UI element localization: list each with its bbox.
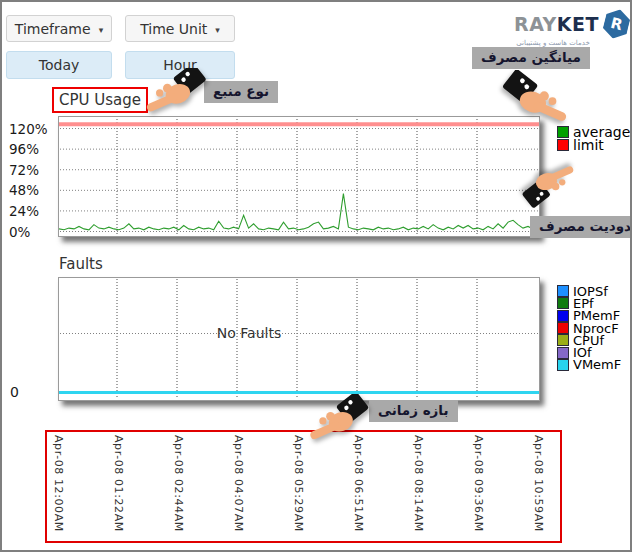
pointer-hand-icon — [520, 152, 578, 216]
x-axis-time-label: Apr-08 06:51AM — [352, 435, 365, 532]
x-axis-time-label: Apr-08 12:00AM — [52, 435, 65, 532]
cpu-legend-item-label: limit — [573, 137, 604, 153]
chevron-down-icon: ▾ — [99, 25, 104, 35]
cpu-y-tick: 48% — [9, 182, 39, 198]
timeframe-dropdown[interactable]: Timeframe ▾ — [6, 15, 112, 42]
faults-legend-item-swatch — [557, 322, 569, 334]
cpu-y-tick: 24% — [9, 203, 39, 219]
x-axis-time-label: Apr-08 08:14AM — [412, 435, 425, 532]
logo-text-ket: KET — [557, 13, 599, 35]
annotation-usage-limit: محدودیت مصرف — [530, 216, 632, 238]
pointer-hand-icon — [305, 394, 371, 444]
cpu-y-tick: 0% — [9, 224, 30, 240]
annotation-time-range: بازه زمانی — [369, 400, 458, 422]
faults-y-tick-zero: 0 — [10, 384, 19, 400]
annotation-average-usage: میانگین مصرف — [472, 47, 590, 69]
x-axis-time-label: Apr-08 09:36AM — [472, 435, 485, 532]
x-axis-time-label: Apr-08 01:22AM — [112, 435, 125, 532]
cpu-y-tick: 96% — [9, 141, 39, 157]
x-axis-time-label: Apr-08 04:07AM — [232, 435, 245, 532]
faults-legend-item: VMemF — [557, 359, 621, 371]
logo-icon-letter: R — [609, 14, 625, 34]
cpu-plot-svg — [59, 117, 539, 236]
faults-legend-item-swatch — [557, 297, 569, 309]
timeframe-dropdown-label: Timeframe — [15, 21, 91, 37]
time-unit-dropdown-label: Time Unit — [140, 21, 207, 37]
cpu-usage-resource-selector[interactable]: CPU Usage — [52, 87, 148, 113]
x-axis-time-label: Apr-08 10:59AM — [532, 435, 545, 532]
cpu-usage-chart — [58, 116, 540, 237]
cpu-legend: averagelimit — [557, 125, 630, 151]
pointer-hand-icon — [500, 70, 572, 128]
cpu-y-tick: 120% — [9, 121, 48, 137]
annotation-resource-type: نوع منبع — [204, 81, 278, 103]
rayket-logo: RAY KET R خدمات هاست و پشتیبانی — [502, 9, 630, 47]
cpu-usage-title: CPU Usage — [59, 91, 141, 109]
faults-legend-item-swatch — [557, 359, 569, 371]
faults-legend-item-swatch — [557, 347, 569, 359]
x-axis-time-label: Apr-08 05:29AM — [292, 435, 305, 532]
faults-legend: IOPSfEPfPMemFNprocFCPUfIOfVMemF — [557, 285, 621, 371]
cpu-legend-item: limit — [557, 138, 630, 151]
faults-legend-item-swatch — [557, 334, 569, 346]
no-faults-text: No Faults — [59, 325, 439, 341]
pointer-hand-icon — [140, 68, 210, 114]
cpu-legend-item-swatch — [557, 139, 569, 151]
logo-subtitle: خدمات هاست و پشتیبانی — [502, 39, 604, 47]
rayket-hexagon-icon: R — [600, 6, 632, 42]
faults-legend-item-swatch — [557, 310, 569, 322]
faults-legend-item-swatch — [557, 285, 569, 297]
logo-text-ray: RAY — [514, 13, 557, 35]
faults-title: Faults — [59, 255, 103, 273]
today-button[interactable]: Today — [6, 51, 112, 79]
usage-dashboard-page: Timeframe ▾ Time Unit ▾ Today Hour RAY K… — [0, 0, 632, 552]
cpu-y-tick: 72% — [9, 162, 39, 178]
cpu-average-line — [59, 194, 538, 230]
faults-legend-item-label: VMemF — [573, 357, 621, 372]
time-unit-dropdown[interactable]: Time Unit ▾ — [125, 15, 235, 42]
chevron-down-icon: ▾ — [215, 25, 220, 35]
x-axis-time-label: Apr-08 02:44AM — [172, 435, 185, 532]
